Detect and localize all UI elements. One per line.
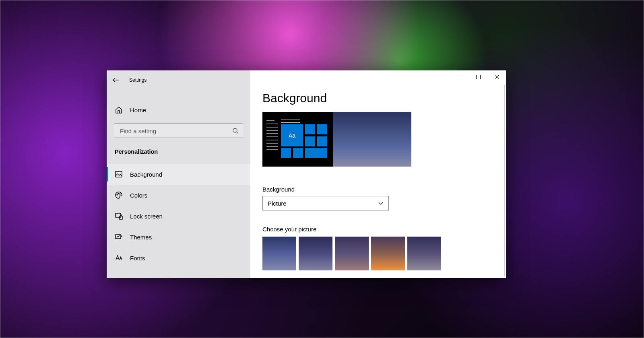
nav-label: Colors — [130, 192, 147, 199]
close-button[interactable] — [487, 70, 506, 83]
background-type-label: Background — [262, 186, 494, 193]
search-input[interactable] — [120, 128, 232, 134]
svg-point-0 — [233, 128, 237, 132]
nav-fonts[interactable]: Fonts — [107, 247, 250, 268]
preview-tile-text: Aa — [289, 132, 295, 139]
nav-label: Background — [130, 171, 162, 178]
lock-screen-icon — [115, 212, 123, 220]
nav-themes[interactable]: Themes — [107, 227, 250, 247]
search-box[interactable] — [114, 124, 243, 138]
svg-rect-8 — [476, 75, 480, 79]
minimize-button[interactable] — [450, 70, 469, 83]
close-icon — [495, 75, 499, 79]
main-content: Background Aa — [250, 70, 506, 278]
palette-icon — [115, 191, 123, 199]
minimize-icon — [458, 75, 462, 79]
chevron-down-icon — [378, 200, 384, 206]
nav-lock-screen[interactable]: Lock screen — [107, 206, 250, 227]
window-controls — [450, 70, 506, 83]
scrollbar[interactable] — [504, 85, 505, 276]
picture-thumb-5[interactable] — [407, 237, 441, 270]
maximize-icon — [476, 75, 481, 79]
page-title: Background — [262, 91, 494, 105]
home-nav[interactable]: Home — [107, 102, 250, 118]
nav-background[interactable]: Background — [107, 164, 250, 185]
nav-colors[interactable]: Colors — [107, 185, 250, 206]
home-label: Home — [130, 107, 146, 113]
dropdown-value: Picture — [268, 200, 287, 207]
picture-thumb-3[interactable] — [335, 237, 369, 270]
picture-icon — [115, 170, 123, 178]
themes-icon — [115, 233, 123, 241]
nav-label: Themes — [130, 234, 152, 241]
home-icon — [115, 106, 123, 114]
maximize-button[interactable] — [469, 70, 487, 83]
sidebar: Settings Home Personalization Background — [107, 70, 250, 278]
arrow-left-icon — [113, 77, 119, 83]
preview-tile-large: Aa — [281, 124, 303, 146]
picture-thumb-2[interactable] — [299, 237, 332, 270]
svg-point-2 — [117, 194, 118, 195]
picture-thumb-4[interactable] — [371, 237, 405, 270]
back-button[interactable] — [112, 76, 120, 84]
preview-start: Aa — [281, 120, 330, 163]
svg-point-4 — [120, 194, 120, 194]
svg-rect-5 — [116, 213, 121, 217]
desktop-preview: Aa — [262, 112, 411, 167]
nav-label: Lock screen — [130, 213, 163, 220]
picture-thumbnails — [262, 237, 494, 270]
background-dropdown[interactable]: Picture — [262, 196, 389, 210]
choose-picture-label: Choose your picture — [262, 226, 494, 233]
section-label: Personalization — [107, 148, 250, 155]
preview-taskbar: Aa — [262, 112, 333, 167]
svg-rect-1 — [116, 171, 122, 177]
preview-menu-lines — [266, 120, 278, 163]
preview-wallpaper — [333, 112, 411, 167]
settings-window: Settings Home Personalization Background — [107, 70, 506, 278]
fonts-icon — [115, 254, 123, 262]
titlebar: Settings — [107, 74, 250, 87]
nav-label: Fonts — [130, 255, 145, 262]
search-icon — [232, 128, 239, 134]
svg-point-3 — [118, 193, 119, 194]
picture-thumb-1[interactable] — [262, 237, 296, 270]
window-title: Settings — [129, 77, 147, 83]
